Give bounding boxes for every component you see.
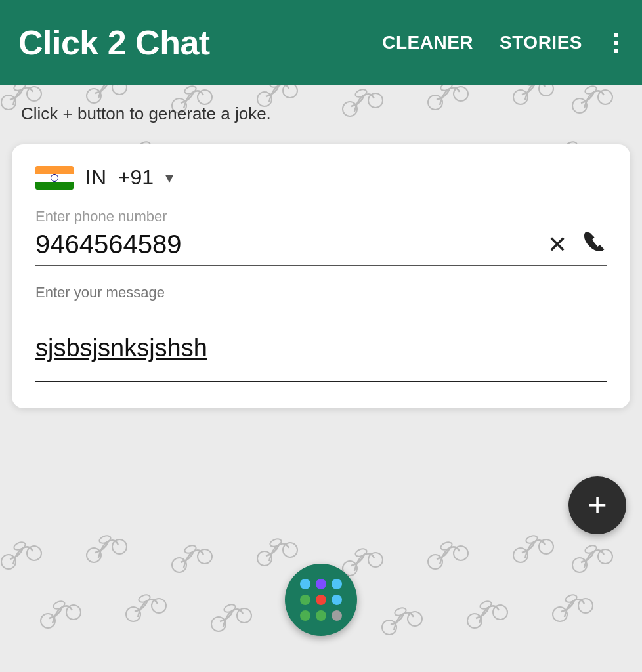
- grid-dot-7: [300, 610, 310, 621]
- fab-plus-button[interactable]: +: [568, 476, 626, 534]
- country-dropdown-arrow[interactable]: ▾: [165, 169, 173, 187]
- grid-dot-9: [332, 610, 342, 621]
- grid-dot-1: [300, 579, 310, 589]
- phone-row: 9464564589 ✕: [35, 229, 607, 266]
- main-card: IN +91 ▾ Enter phone number 9464564589 ✕…: [12, 144, 630, 408]
- grid-dot-2: [316, 579, 326, 589]
- hint-text: Click + button to generate a joke.: [21, 104, 271, 124]
- country-selector[interactable]: IN +91 ▾: [35, 165, 607, 190]
- ashoka-chakra: [51, 174, 58, 182]
- phone-label: Enter phone number: [35, 208, 607, 225]
- app-launcher-button[interactable]: [285, 564, 357, 636]
- dot-1: [614, 33, 618, 37]
- more-options-button[interactable]: [609, 28, 624, 58]
- main-background: Click + button to generate a joke. IN +9…: [0, 85, 642, 672]
- phone-actions: ✕: [547, 229, 607, 260]
- nav-cleaner[interactable]: CLEANER: [382, 32, 473, 53]
- grid-dot-5: [316, 595, 326, 605]
- svg-point-0: [1, 95, 16, 110]
- grid-dot-3: [332, 579, 342, 589]
- grid-dot-4: [300, 595, 310, 605]
- nav-stories[interactable]: STORIES: [500, 32, 582, 53]
- flag-top: [35, 166, 74, 174]
- country-code: IN +91: [85, 165, 154, 190]
- flag-india: [35, 166, 74, 190]
- message-label: Enter your message: [35, 284, 607, 301]
- app-title: Click 2 Chat: [18, 23, 382, 62]
- svg-point-1: [27, 87, 41, 101]
- clear-button[interactable]: ✕: [547, 231, 567, 259]
- message-field[interactable]: sjsbsjsnksjshsh: [35, 334, 607, 382]
- dot-2: [614, 41, 618, 45]
- call-button[interactable]: [582, 229, 607, 260]
- dots-grid: [296, 575, 346, 625]
- message-value[interactable]: sjsbsjsnksjshsh: [35, 334, 607, 362]
- phone-number-value[interactable]: 9464564589: [35, 230, 547, 259]
- header-nav: CLEANER STORIES: [382, 28, 624, 58]
- app-header: Click 2 Chat CLEANER STORIES: [0, 0, 642, 85]
- svg-point-2: [13, 85, 26, 92]
- plus-icon: +: [588, 488, 607, 521]
- dot-3: [614, 49, 618, 53]
- flag-mid: [35, 174, 74, 182]
- flag-bot: [35, 182, 74, 190]
- grid-dot-8: [316, 610, 326, 621]
- grid-dot-6: [332, 595, 342, 605]
